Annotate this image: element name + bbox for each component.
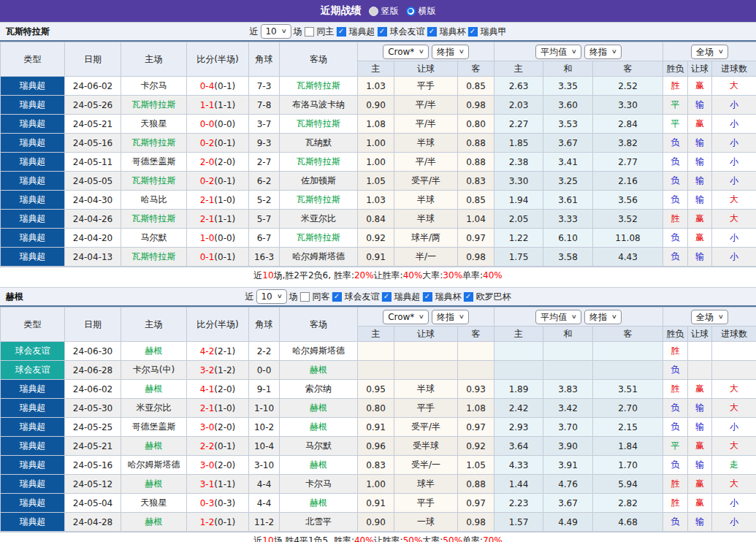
away-team[interactable]: 赫根: [310, 402, 327, 413]
score-cell: 4-1(2-0): [187, 380, 249, 399]
away-team[interactable]: 瓦斯特拉斯: [297, 232, 340, 243]
goals-result: 大: [712, 210, 756, 229]
league-filter-option[interactable]: ✓瑞典超: [337, 26, 375, 38]
away-team[interactable]: 米亚尔比: [301, 213, 336, 224]
asian-handicap: 受平/半: [394, 418, 458, 437]
home-team[interactable]: 赫根: [145, 440, 163, 451]
league-filter-option[interactable]: ✓球会友谊: [378, 26, 425, 38]
odds-stage-select[interactable]: 终指∨: [432, 310, 469, 324]
away-team[interactable]: 赫根: [310, 497, 327, 508]
home-team-cell: 哈尔姆斯塔德: [121, 456, 187, 475]
away-team[interactable]: 马尔默: [305, 440, 332, 451]
away-team[interactable]: 瓦斯特拉斯: [297, 118, 340, 129]
sub-column-header: 进球数: [712, 61, 756, 77]
league-filter-option[interactable]: ✓瑞典杯: [423, 291, 462, 303]
home-team[interactable]: 卡尔马: [141, 80, 167, 91]
handicap-result: [688, 342, 712, 361]
matches-count-select[interactable]: 10∨: [256, 289, 286, 304]
home-team[interactable]: 瓦斯特拉斯: [132, 137, 176, 148]
home-team[interactable]: 天狼星: [141, 118, 167, 129]
handicap-result: 输: [688, 248, 712, 267]
away-team[interactable]: 赫根: [310, 364, 327, 375]
away-team[interactable]: 瓦斯特拉斯: [297, 194, 340, 205]
league-checkbox[interactable]: ✓: [423, 292, 432, 302]
home-team[interactable]: 赫根: [145, 346, 163, 356]
away-team[interactable]: 赫根: [310, 421, 327, 432]
away-team[interactable]: 卡尔马: [305, 478, 332, 489]
away-team[interactable]: 佐加顿斯: [301, 175, 336, 186]
match-type: 瑞典超: [1, 418, 65, 437]
handicap-result: 输: [688, 172, 712, 191]
league-checkbox[interactable]: ✓: [382, 292, 392, 302]
asian-handicap: 平/半: [394, 115, 458, 134]
away-team[interactable]: 布洛马波卡纳: [292, 99, 345, 110]
away-team[interactable]: 哈尔姆斯塔德: [292, 251, 345, 262]
team-name: 赫根: [0, 291, 23, 303]
match-date: 24-05-12: [65, 475, 121, 494]
league-checkbox[interactable]: ✓: [332, 292, 342, 302]
home-team[interactable]: 哥德堡盖斯: [132, 156, 176, 167]
home-team[interactable]: 瓦斯特拉斯: [132, 251, 176, 262]
table-row: 瑞典超24-05-16瓦斯特拉斯0-2(0-1)9-3瓦纳默1.00半球0.88…: [1, 134, 756, 153]
home-team[interactable]: 米亚尔比: [137, 402, 172, 413]
league-checkbox[interactable]: ✓: [427, 27, 437, 37]
bookmaker-select[interactable]: Crow*∨: [383, 45, 429, 59]
league-filter-option[interactable]: ✓瑞典甲: [468, 26, 507, 38]
same-venue-option[interactable]: 同客: [300, 291, 330, 303]
table-row: 瑞典超24-06-02卡尔马0-4(0-1)7-3瓦斯特拉斯1.03平手0.85…: [1, 77, 756, 96]
euro-stage-select[interactable]: 终指∨: [584, 45, 622, 59]
league-filter-option[interactable]: ✓球会友谊: [332, 291, 380, 303]
asian-handicap: 平手: [394, 494, 458, 513]
away-team[interactable]: 瓦斯特拉斯: [297, 156, 340, 167]
euro-draw-odds: 3.25: [543, 172, 593, 191]
home-team[interactable]: 天狼星: [141, 497, 167, 508]
away-team[interactable]: 哈尔姆斯塔德: [292, 346, 345, 356]
euro-away-odds: [593, 342, 663, 361]
league-checkbox[interactable]: ✓: [378, 27, 387, 37]
home-team[interactable]: 赫根: [145, 383, 163, 394]
bookmaker-select[interactable]: Crow*∨: [383, 310, 429, 324]
same-venue-checkbox[interactable]: [305, 27, 314, 37]
home-team[interactable]: 瓦斯特拉斯: [132, 175, 176, 186]
away-team[interactable]: 瓦纳默: [305, 137, 332, 148]
league-checkbox[interactable]: ✓: [464, 292, 473, 302]
league-filter-option[interactable]: ✓欧罗巴杯: [464, 291, 511, 303]
period-select[interactable]: 全场∨: [691, 45, 728, 59]
euro-stage-select[interactable]: 终指∨: [584, 310, 622, 324]
home-team[interactable]: 哥德堡盖斯: [132, 421, 176, 432]
period-select[interactable]: 全场∨: [691, 310, 728, 324]
matches-count-select[interactable]: 10∨: [260, 24, 291, 39]
euro-source-select[interactable]: 平均值∨: [535, 45, 581, 59]
same-venue-option[interactable]: 同主: [305, 26, 335, 38]
home-team[interactable]: 赫根: [145, 516, 163, 527]
euro-source-select[interactable]: 平均值∨: [535, 310, 581, 324]
home-team[interactable]: 瓦斯特拉斯: [132, 213, 176, 224]
halftime-score: (1-1): [214, 214, 235, 224]
layout-radio-horizontal[interactable]: 横版: [406, 5, 436, 18]
away-team[interactable]: 赫根: [310, 459, 327, 470]
league-checkbox[interactable]: ✓: [468, 27, 478, 37]
match-type: 球会友谊: [1, 342, 65, 361]
away-team[interactable]: 索尔纳: [305, 383, 332, 394]
layout-radio-vertical[interactable]: 竖版: [369, 5, 399, 18]
home-team[interactable]: 赫根: [145, 478, 163, 489]
home-team[interactable]: 哈尔姆斯塔德: [128, 459, 180, 470]
same-venue-checkbox[interactable]: [300, 292, 310, 302]
league-filter-option[interactable]: ✓瑞典杯: [427, 26, 466, 38]
corner-score: 10-4: [249, 437, 280, 456]
away-team-cell: 瓦斯特拉斯: [280, 77, 358, 96]
home-team[interactable]: 卡尔马(中): [133, 364, 175, 375]
match-type: 瑞典超: [1, 380, 65, 399]
home-team[interactable]: 马尔默: [141, 232, 167, 243]
away-team[interactable]: 北雪平: [305, 516, 332, 527]
odds-stage-select[interactable]: 终指∨: [432, 45, 469, 59]
match-type: 瑞典超: [1, 172, 65, 191]
euro-draw-odds: [543, 361, 593, 380]
home-team[interactable]: 哈马比: [141, 194, 167, 205]
away-team[interactable]: 瓦斯特拉斯: [297, 80, 340, 91]
league-checkbox[interactable]: ✓: [337, 27, 346, 37]
home-team[interactable]: 瓦斯特拉斯: [132, 99, 176, 110]
euro-away-odds: 4.43: [593, 248, 663, 267]
filter-controls: 近10∨场同主✓瑞典超✓球会友谊✓瑞典杯✓瑞典甲: [249, 24, 506, 39]
league-filter-option[interactable]: ✓瑞典超: [382, 291, 421, 303]
